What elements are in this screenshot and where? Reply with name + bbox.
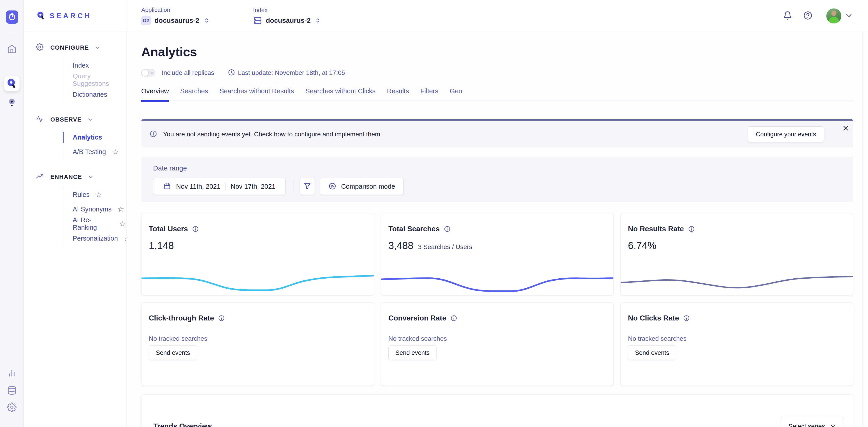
comparison-mode-button[interactable]: Comparison mode <box>320 178 403 195</box>
select-series-button[interactable]: Select series <box>781 417 844 427</box>
sidebar-nav: CONFIGURE Index Query Suggestions Dictio… <box>24 32 126 245</box>
sidebar-section-observe: OBSERVE Analytics A/B Testing ☆ <box>24 114 126 159</box>
include-replicas-toggle[interactable]: ✕ <box>141 69 155 76</box>
tab-overview[interactable]: Overview <box>141 88 169 102</box>
scrollbar-track[interactable] <box>863 32 863 427</box>
sidebar-item-ab-testing[interactable]: A/B Testing ☆ <box>63 144 126 159</box>
date-range-button[interactable]: Nov 11th, 2021 Nov 17th, 2021 <box>153 178 286 195</box>
info-icon[interactable] <box>688 226 695 232</box>
chevron-down-icon <box>87 116 93 123</box>
info-icon[interactable] <box>444 226 451 232</box>
index-select[interactable]: docusaurus-2 <box>253 16 321 25</box>
database-icon <box>7 386 17 396</box>
rail-settings-button[interactable] <box>5 400 19 415</box>
chevron-down-icon <box>88 174 94 180</box>
star-icon[interactable]: ☆ <box>112 148 119 156</box>
banner-message: You are not sending events yet. Check ho… <box>150 130 382 139</box>
sidebar-item-query-suggestions[interactable]: Query Suggestions <box>63 73 126 87</box>
filter-funnel-icon <box>304 182 311 191</box>
sidebar-item-index[interactable]: Index <box>63 58 126 73</box>
select-arrows-icon <box>315 17 321 24</box>
sidebar-item-analytics[interactable]: Analytics <box>63 130 126 144</box>
sidebar-item-personalization[interactable]: Personalization ☆ <box>63 231 126 245</box>
avatar-body <box>829 17 839 24</box>
sidebar-item-rules[interactable]: Rules ☆ <box>63 187 126 202</box>
help-button[interactable] <box>803 11 813 21</box>
sidebar-section-enhance-header[interactable]: ENHANCE <box>24 172 126 182</box>
card-title: Total Users <box>149 225 188 233</box>
sidebar-item-label: Index <box>73 62 89 69</box>
no-clicks-rate-card: No Clicks Rate No tracked searches Send … <box>620 302 853 386</box>
toggle-off-x-icon: ✕ <box>150 70 154 76</box>
sidebar-item-label: Query Suggestions <box>73 72 126 88</box>
sidebar-section-label: ENHANCE <box>50 173 82 180</box>
total-searches-sparkline <box>381 268 614 295</box>
app-logo-tile[interactable] <box>6 10 18 24</box>
rail-data-button[interactable] <box>5 383 19 398</box>
filter-button[interactable] <box>300 178 315 195</box>
notifications-button[interactable] <box>783 11 792 21</box>
account-menu-button[interactable] <box>844 11 853 21</box>
sidebar-item-dictionaries[interactable]: Dictionaries <box>63 87 126 102</box>
rail-search-button[interactable] <box>4 76 20 91</box>
search-icon <box>7 78 17 89</box>
vertical-divider <box>293 179 293 194</box>
info-icon[interactable] <box>683 315 690 322</box>
configure-events-button[interactable]: Configure your events <box>748 126 824 142</box>
application-selector: Application D2 docusaurus-2 <box>141 6 210 25</box>
include-replicas-label: Include all replicas <box>162 69 214 76</box>
tab-results[interactable]: Results <box>387 88 409 102</box>
sidebar-item-label: A/B Testing <box>73 148 106 156</box>
rail-home-button[interactable] <box>5 42 19 57</box>
banner-text: You are not sending events yet. Check ho… <box>163 131 382 138</box>
index-value: docusaurus-2 <box>266 17 311 24</box>
info-icon[interactable] <box>218 315 225 322</box>
application-select[interactable]: D2 docusaurus-2 <box>141 16 210 25</box>
send-events-button[interactable]: Send events <box>149 346 197 360</box>
page-title: Analytics <box>141 44 853 59</box>
stat-value: 3,488 <box>389 240 413 251</box>
select-arrows-icon <box>204 17 210 24</box>
sidebar-item-label: AI Synonyms <box>73 205 112 213</box>
home-icon <box>7 44 17 55</box>
tab-searches-without-clicks[interactable]: Searches without Clicks <box>306 88 376 102</box>
tab-geo[interactable]: Geo <box>450 88 462 102</box>
star-icon[interactable]: ☆ <box>119 220 126 227</box>
application-badge: D2 <box>141 16 151 25</box>
send-events-button[interactable]: Send events <box>389 346 437 360</box>
sidebar-section-label: OBSERVE <box>50 116 82 123</box>
rail-monitoring-button[interactable] <box>5 366 19 381</box>
sparkline-path <box>142 276 374 290</box>
chevron-down-icon <box>95 44 101 51</box>
sidebar-section-observe-header[interactable]: OBSERVE <box>24 114 126 125</box>
stat-value: 1,148 <box>149 240 174 251</box>
empty-state-text: No tracked searches <box>149 335 365 342</box>
rail-recommend-button[interactable] <box>5 96 19 110</box>
trends-overview-card: Trends Overview Select series <box>141 394 853 427</box>
sidebar-item-ai-reranking[interactable]: AI Re-Ranking ☆ <box>63 217 126 231</box>
sidebar-item-ai-synonyms[interactable]: AI Synonyms ☆ <box>63 202 126 217</box>
star-icon[interactable]: ☆ <box>118 205 124 213</box>
card-title: Click-through Rate <box>149 314 214 322</box>
info-icon[interactable] <box>451 315 457 322</box>
sidebar-item-label: Rules <box>73 191 90 198</box>
star-icon[interactable]: ☆ <box>95 191 102 198</box>
banner-close-button[interactable] <box>842 124 849 133</box>
avatar[interactable] <box>826 8 841 24</box>
sidebar-section-configure-header[interactable]: CONFIGURE <box>24 42 126 53</box>
sidebar-logo[interactable]: SEARCH <box>24 0 126 32</box>
send-events-button[interactable]: Send events <box>628 346 676 360</box>
tab-searches[interactable]: Searches <box>180 88 208 102</box>
date-range-panel: Date range Nov 11th, 2021 Nov 17th, 2021 <box>141 157 853 202</box>
search-logo-icon <box>36 11 45 21</box>
toggle-knob <box>142 70 148 76</box>
tab-searches-without-results[interactable]: Searches without Results <box>219 88 294 102</box>
sidebar-item-label: Analytics <box>73 134 102 141</box>
info-icon[interactable] <box>192 226 199 232</box>
sidebar-item-label: Personalization <box>73 235 118 242</box>
gear-icon <box>7 402 17 413</box>
gear-icon <box>36 43 43 52</box>
last-update-text: Last update: November 18th, at 17:05 <box>238 69 345 76</box>
sparkline-path <box>381 278 614 291</box>
tab-filters[interactable]: Filters <box>420 88 438 102</box>
